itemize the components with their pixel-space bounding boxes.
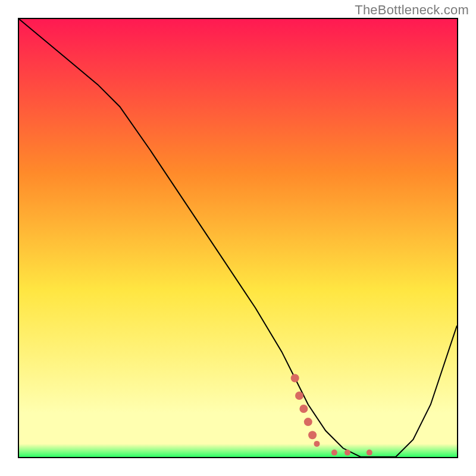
marker-dot bbox=[314, 441, 320, 447]
marker-dot bbox=[331, 450, 337, 456]
marker-dot bbox=[299, 405, 308, 413]
marker-dot bbox=[291, 374, 299, 383]
gradient-background bbox=[19, 19, 457, 457]
marker-dot bbox=[345, 450, 350, 456]
svg-rect-0 bbox=[19, 19, 457, 457]
chart-container: TheBottleneck.com bbox=[0, 0, 476, 476]
marker-dot bbox=[295, 392, 303, 400]
marker-dot bbox=[367, 450, 372, 456]
plot-area bbox=[18, 18, 458, 458]
marker-dot bbox=[304, 418, 312, 426]
watermark-text: TheBottleneck.com bbox=[355, 2, 469, 18]
marker-dot bbox=[308, 431, 317, 439]
